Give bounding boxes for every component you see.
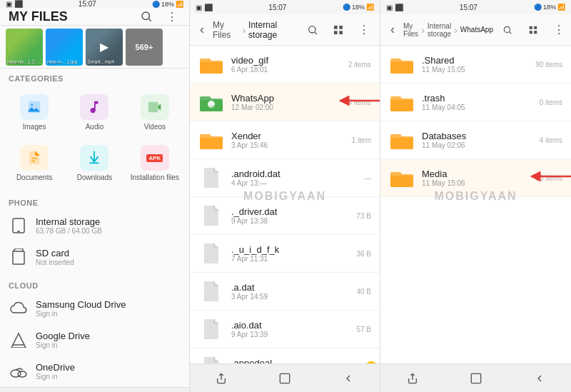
- file-item-trash[interactable]: .trash 11 May 04:05 0 items: [380, 84, 571, 121]
- google-drive-sub: Sign in: [36, 341, 181, 349]
- file-meta-databases: 4 items: [540, 136, 562, 144]
- cloud-label: CLOUD: [0, 276, 189, 293]
- internal-storage-sub: 63.78 GB / 64.00 GB: [36, 227, 181, 235]
- file-icon-driver-dat: [198, 203, 224, 228]
- category-downloads-label: Downloads: [77, 174, 112, 181]
- breadcrumb-mid: My Files › Internal storage: [213, 20, 298, 40]
- folder-icon-media: [389, 165, 415, 191]
- category-audio-label: Audio: [86, 123, 104, 131]
- file-name-trash: .trash: [422, 93, 532, 104]
- recent-thumb-1[interactable]: new-no...1.2.jpg: [6, 29, 43, 66]
- svg-rect-29: [530, 31, 532, 34]
- file-item-uid[interactable]: ._u_i_d_f_k 7 Apr 11:31 36 B: [190, 235, 380, 273]
- category-documents-label: Documents: [16, 174, 53, 181]
- file-item-databases[interactable]: Databases 11 May 02:06 4 items: [380, 121, 571, 159]
- file-item-video-gif[interactable]: video_gif 6 Apr 18:01 2 items: [190, 46, 380, 84]
- samsung-cloud-label: Samsung Cloud Drive: [36, 299, 181, 310]
- nav-home-right[interactable]: [465, 367, 487, 390]
- file-name-video-gif: video_gif: [231, 55, 341, 66]
- file-item-driver-dat[interactable]: ._driver.dat 9 Apr 13:38 73 B: [190, 197, 380, 235]
- onedrive-item[interactable]: OneDrive Sign in: [0, 356, 189, 387]
- nav-back-left[interactable]: [146, 388, 169, 392]
- category-documents[interactable]: Documents: [6, 139, 63, 187]
- category-audio[interactable]: Audio: [66, 89, 123, 136]
- category-images-label: Images: [23, 123, 46, 131]
- file-item-media[interactable]: Media 11 May 15:06 10 items: [380, 159, 571, 197]
- file-name-databases: Databases: [422, 131, 532, 141]
- nav-share-mid[interactable]: [210, 367, 233, 390]
- more-menu-icon-mid[interactable]: ⋮: [355, 21, 373, 39]
- nav-back-mid[interactable]: [337, 367, 360, 390]
- file-date-a-dat: 3 Apr 14:59: [231, 293, 349, 301]
- file-date-uid: 7 Apr 11:31: [231, 255, 349, 263]
- bottom-nav-left: [0, 387, 189, 392]
- file-name-a-dat: .a.dat: [231, 282, 349, 293]
- svg-rect-30: [534, 31, 537, 34]
- nav-share-right[interactable]: [401, 367, 424, 390]
- file-item-whatsapp[interactable]: WhatsApp 12 Mar 02:00 4 items: [190, 84, 380, 121]
- file-name-aio-dat: .aio.dat: [231, 320, 349, 331]
- folder-icon-databases: [389, 127, 415, 153]
- file-date-aio-dat: 9 Apr 13:39: [231, 331, 349, 338]
- sd-card-item[interactable]: SD card Not inserted: [0, 241, 189, 273]
- grid-view-icon-right[interactable]: [525, 21, 542, 39]
- mid-header: ‹ My Files › Internal storage ⋮: [190, 14, 380, 46]
- file-date-whatsapp: 12 Mar 02:00: [231, 104, 341, 111]
- svg-rect-18: [334, 26, 338, 29]
- right-panel: MOBIGYAAN ▣ ⬛ 15:07 🔵 18% 📶 ‹ My Files ›…: [380, 0, 571, 392]
- categories-label: CATEGORIES: [0, 69, 189, 86]
- search-icon-mid[interactable]: [304, 21, 321, 39]
- mid-file-list: video_gif 6 Apr 18:01 2 items WhatsApp 1…: [190, 46, 380, 363]
- svg-rect-19: [339, 26, 343, 29]
- google-drive-item[interactable]: Google Drive Sign in: [0, 324, 189, 356]
- file-item-xender[interactable]: Xender 3 Apr 15:46 1 item: [190, 121, 380, 159]
- file-meta-aio-dat: 57 B: [356, 326, 371, 333]
- file-item-a-dat[interactable]: .a.dat 3 Apr 14:59 40 B: [190, 273, 380, 311]
- file-meta-video-gif: 2 items: [348, 61, 371, 69]
- recent-thumb-2[interactable]: new-h-...1.jpg: [46, 29, 83, 66]
- category-downloads[interactable]: Downloads: [66, 139, 123, 187]
- search-icon-right[interactable]: [499, 21, 516, 39]
- nav-home-mid[interactable]: [273, 367, 296, 390]
- grid-view-icon-mid[interactable]: [330, 21, 347, 39]
- svg-point-3: [31, 104, 34, 106]
- bottom-nav-right: [380, 363, 571, 392]
- svg-rect-27: [530, 26, 532, 29]
- file-name-media: Media: [422, 169, 528, 179]
- file-item-appodeal[interactable]: .appodeal 6 Apr 00:16 5 B ↑: [190, 348, 380, 363]
- svg-rect-24: [280, 373, 289, 383]
- nav-back-right[interactable]: [528, 367, 551, 390]
- svg-marker-6: [158, 104, 161, 110]
- more-menu-icon-right[interactable]: ⋮: [550, 21, 567, 39]
- internal-storage-item[interactable]: Internal storage 63.78 GB / 64.00 GB: [0, 210, 189, 241]
- search-icon[interactable]: [138, 8, 155, 25]
- file-item-android-dat[interactable]: .android.dat 4 Apr 13:— —: [190, 159, 380, 197]
- file-item-aio-dat[interactable]: .aio.dat 9 Apr 13:39 57 B: [190, 311, 380, 348]
- svg-point-14: [18, 371, 26, 377]
- back-button-mid[interactable]: ‹: [197, 19, 207, 40]
- recent-more-count[interactable]: 569+: [126, 29, 163, 66]
- recent-thumb-3[interactable]: ▶ Smart...mp4: [86, 29, 123, 66]
- right-file-list: .Shared 11 May 15:05 90 items .trash 11 …: [380, 46, 571, 363]
- svg-rect-32: [471, 373, 480, 383]
- category-videos[interactable]: Videos: [126, 89, 183, 136]
- more-menu-icon[interactable]: ⋮: [163, 8, 181, 25]
- onedrive-label: OneDrive: [36, 362, 181, 373]
- nav-share-left[interactable]: [20, 388, 43, 392]
- category-installation-files[interactable]: APK Installation files: [126, 139, 183, 187]
- file-meta-uid: 36 B: [356, 250, 371, 258]
- back-button-right[interactable]: ‹: [388, 19, 398, 40]
- file-item-shared[interactable]: .Shared 11 May 15:05 90 items: [380, 46, 571, 84]
- svg-rect-28: [534, 26, 537, 29]
- breadcrumb-current-right: WhatsApp: [460, 26, 493, 34]
- samsung-cloud-item[interactable]: Samsung Cloud Drive Sign in: [0, 293, 189, 324]
- file-name-xender: Xender: [231, 131, 345, 141]
- samsung-cloud-icon: [9, 298, 29, 318]
- nav-home-left[interactable]: [83, 388, 106, 392]
- svg-point-25: [504, 26, 510, 32]
- category-images[interactable]: Images: [6, 89, 63, 136]
- breadcrumb-mid-right: Internal storage: [428, 22, 451, 38]
- folder-icon-video-gif: [198, 51, 224, 77]
- svg-line-26: [510, 31, 512, 34]
- sd-card-label: SD card: [36, 248, 181, 258]
